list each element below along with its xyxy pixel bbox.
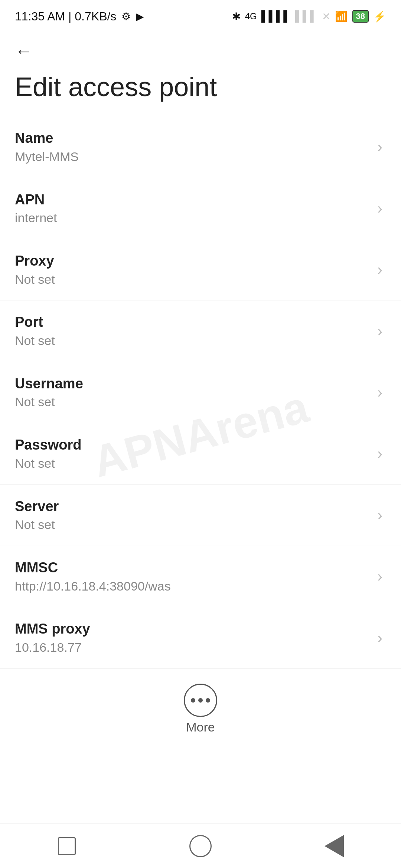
nav-triangle-icon [325,835,344,857]
signal-bars-2-icon: ▌▌▌ [295,10,317,22]
signal-4g-icon: 4G [245,11,257,22]
settings-item-proxy-text: Proxy Not set [15,253,370,287]
nav-recents-button[interactable] [48,831,85,861]
settings-label-username: Username [15,375,370,392]
more-dot-2 [198,698,203,703]
settings-label-server: Server [15,498,370,515]
chevron-right-icon: › [377,322,382,340]
status-bar: 11:35 AM | 0.7KB/s ⚙ ▶ ✱ 4G ▌▌▌▌ ▌▌▌ ✕ 📶… [0,0,401,30]
chevron-right-icon: › [377,261,382,279]
settings-item-port-text: Port Not set [15,314,370,348]
settings-item-server[interactable]: Server Not set › [0,485,401,546]
settings-item-mmsc[interactable]: MMSC http://10.16.18.4:38090/was › [0,546,401,607]
status-time-speed: 11:35 AM | 0.7KB/s ⚙ ▶ [15,10,144,23]
video-icon: ▶ [136,10,144,23]
settings-item-server-text: Server Not set [15,498,370,532]
settings-item-apn-text: APN internet [15,191,370,226]
chevron-right-icon: › [377,629,382,647]
chevron-right-icon: › [377,445,382,463]
more-dot-3 [206,698,210,703]
settings-value-port: Not set [15,333,370,348]
bluetooth-icon: ✱ [232,10,241,23]
settings-item-apn[interactable]: APN internet › [0,178,401,239]
page-title: Edit access point [0,65,401,116]
settings-label-password: Password [15,437,370,454]
status-icons: ✱ 4G ▌▌▌▌ ▌▌▌ ✕ 📶 38 ⚡ [232,10,386,23]
settings-item-username[interactable]: Username Not set › [0,362,401,423]
more-button[interactable]: More [184,684,217,734]
back-button[interactable]: ← [0,30,401,65]
back-arrow-icon: ← [15,41,33,61]
more-dot-1 [191,698,195,703]
more-section: More [0,669,401,746]
settings-item-name-text: Name Mytel-MMS [15,130,370,164]
chevron-right-icon: › [377,568,382,585]
signal-cross-icon: ✕ [322,10,330,23]
settings-value-username: Not set [15,394,370,410]
settings-value-proxy: Not set [15,272,370,287]
chevron-right-icon: › [377,506,382,524]
settings-label-name: Name [15,130,370,147]
signal-bars-icon: ▌▌▌▌ [261,10,291,22]
settings-value-mms-proxy: 10.16.18.77 [15,640,370,655]
settings-item-password[interactable]: Password Not set › [0,423,401,484]
time-display: 11:35 AM | 0.7KB/s [15,10,116,23]
settings-item-mmsc-text: MMSC http://10.16.18.4:38090/was [15,559,370,594]
settings-value-mmsc: http://10.16.18.4:38090/was [15,579,370,594]
settings-value-server: Not set [15,517,370,532]
wifi-icon: 📶 [335,10,348,23]
settings-list: Name Mytel-MMS › APN internet › Proxy No… [0,116,401,669]
settings-item-name[interactable]: Name Mytel-MMS › [0,116,401,178]
settings-value-password: Not set [15,456,370,471]
more-circle-icon [184,684,217,717]
settings-item-password-text: Password Not set [15,437,370,471]
more-label: More [186,720,215,734]
settings-value-name: Mytel-MMS [15,149,370,164]
settings-item-mms-proxy[interactable]: MMS proxy 10.16.18.77 › [0,607,401,668]
settings-label-mmsc: MMSC [15,559,370,576]
charging-icon: ⚡ [373,10,386,23]
nav-home-button[interactable] [182,831,219,861]
settings-icon: ⚙ [121,10,131,23]
settings-label-port: Port [15,314,370,331]
settings-item-port[interactable]: Port Not set › [0,300,401,362]
nav-square-icon [58,837,76,855]
battery-icon: 38 [352,10,369,23]
settings-label-mms-proxy: MMS proxy [15,621,370,638]
settings-label-proxy: Proxy [15,253,370,270]
chevron-right-icon: › [377,138,382,156]
nav-bar [0,823,401,868]
settings-value-apn: internet [15,210,370,226]
chevron-right-icon: › [377,200,382,217]
chevron-right-icon: › [377,384,382,401]
nav-back-button[interactable] [316,831,353,861]
nav-circle-icon [189,835,212,857]
settings-label-apn: APN [15,191,370,208]
settings-item-username-text: Username Not set [15,375,370,410]
settings-item-proxy[interactable]: Proxy Not set › [0,239,401,300]
settings-item-mms-proxy-text: MMS proxy 10.16.18.77 [15,621,370,655]
